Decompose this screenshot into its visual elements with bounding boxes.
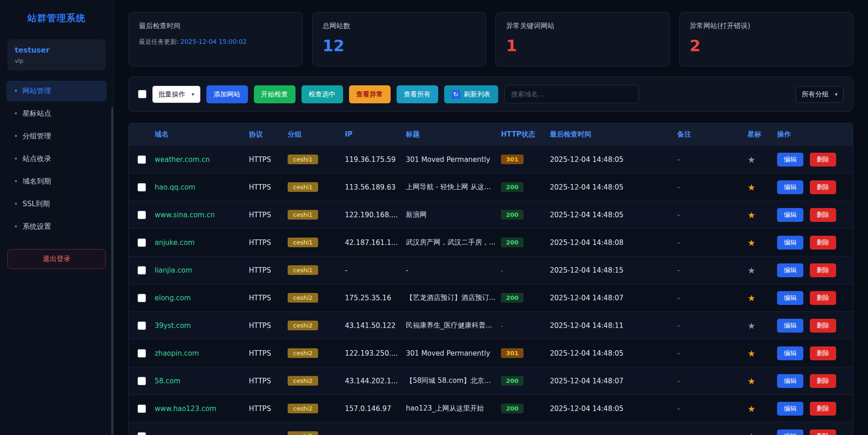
edit-button[interactable]: 编辑 bbox=[777, 180, 803, 194]
note: - bbox=[677, 155, 747, 164]
sidebar-item-label: 分组管理 bbox=[23, 131, 51, 141]
sidebar-item-domain-expiry[interactable]: 域名到期 bbox=[6, 171, 107, 192]
row-checkbox[interactable] bbox=[138, 183, 146, 191]
star-toggle[interactable]: ★ bbox=[747, 431, 755, 435]
sidebar-item-site-index[interactable]: 站点收录 bbox=[6, 149, 107, 169]
view-abnormal-button[interactable]: 查看异常 bbox=[349, 85, 391, 103]
sidebar-item-label: 系统设置 bbox=[23, 222, 51, 232]
domain-link[interactable]: 58.com bbox=[155, 377, 249, 385]
delete-button[interactable]: 删除 bbox=[810, 153, 836, 167]
row-checkbox[interactable] bbox=[138, 238, 146, 247]
edit-button[interactable]: 编辑 bbox=[777, 319, 803, 333]
star-toggle[interactable]: ★ bbox=[747, 348, 755, 358]
edit-button[interactable]: 编辑 bbox=[777, 429, 803, 435]
sidebar-item-system-settings[interactable]: 系统设置 bbox=[6, 216, 107, 237]
ip-address: 157.0.146.97 bbox=[345, 405, 406, 413]
star-toggle[interactable]: ★ bbox=[747, 321, 755, 331]
row-checkbox[interactable] bbox=[138, 432, 146, 435]
star-toggle[interactable]: ★ bbox=[747, 293, 755, 303]
search-input[interactable] bbox=[504, 85, 639, 103]
star-toggle[interactable]: ★ bbox=[747, 155, 755, 165]
last-check-time: 2025-12-04 14:48:05 bbox=[550, 349, 677, 358]
star-toggle[interactable]: ★ bbox=[747, 404, 755, 414]
select-all-checkbox[interactable] bbox=[138, 90, 146, 98]
edit-button[interactable]: 编辑 bbox=[777, 153, 803, 167]
status-badge: 200 bbox=[501, 238, 524, 247]
domain-link[interactable]: zhaopin.com bbox=[155, 349, 249, 358]
row-checkbox[interactable] bbox=[138, 211, 146, 219]
sidebar-item-ssl-expiry[interactable]: SSL到期 bbox=[6, 194, 107, 215]
star-toggle[interactable]: ★ bbox=[747, 182, 755, 192]
group-filter-select[interactable]: 所有分组 ▾ bbox=[796, 86, 844, 103]
domain-link[interactable]: www.sina.com.cn bbox=[155, 211, 249, 219]
domain-link[interactable]: hao.qq.com bbox=[155, 183, 249, 191]
row-checkbox[interactable] bbox=[138, 377, 146, 385]
row-checkbox[interactable] bbox=[138, 266, 146, 274]
delete-button[interactable]: 删除 bbox=[810, 236, 836, 250]
status-badge: 200 bbox=[501, 376, 524, 386]
table-header: 域名 协议 分组 IP 标题 HTTP状态 最后检查时间 备注 星标 操作 bbox=[129, 123, 853, 145]
domain-link[interactable]: 39yst.com bbox=[155, 322, 249, 330]
star-toggle[interactable]: ★ bbox=[747, 376, 755, 386]
delete-button[interactable]: 删除 bbox=[810, 346, 836, 360]
view-all-button[interactable]: 查看所有 bbox=[397, 85, 438, 103]
row-checkbox[interactable] bbox=[138, 405, 146, 413]
scrollbar-thumb[interactable] bbox=[111, 107, 113, 435]
status-badge: 200 bbox=[501, 293, 524, 303]
group-badge: ceshi1 bbox=[288, 238, 318, 247]
site-title: 【艺龙酒店预订】酒店预订... bbox=[406, 293, 501, 302]
header-note: 备注 bbox=[677, 130, 747, 139]
sites-table: 域名 协议 分组 IP 标题 HTTP状态 最后检查时间 备注 星标 操作 we… bbox=[128, 123, 853, 435]
star-toggle[interactable]: ★ bbox=[747, 238, 755, 248]
sidebar-item-site-manage[interactable]: 网站管理 bbox=[6, 81, 107, 101]
star-toggle[interactable]: ★ bbox=[747, 265, 755, 275]
delete-button[interactable]: 删除 bbox=[810, 180, 836, 194]
check-selected-button[interactable]: 检查选中 bbox=[301, 85, 343, 103]
edit-button[interactable]: 编辑 bbox=[777, 402, 803, 416]
domain-link[interactable]: weather.com.cn bbox=[155, 155, 249, 164]
edit-button[interactable]: 编辑 bbox=[777, 208, 803, 222]
note: - bbox=[677, 405, 747, 413]
site-title: hao123_上网从这里开始 bbox=[406, 404, 501, 413]
domain-link[interactable]: elong.com bbox=[155, 294, 249, 302]
domain-link[interactable]: anjuke.com bbox=[155, 238, 249, 247]
group-badge: ceshi1 bbox=[288, 182, 318, 192]
row-checkbox[interactable] bbox=[138, 322, 146, 330]
site-title: 新浪网 bbox=[406, 210, 501, 219]
chevron-down-icon: ▾ bbox=[192, 91, 194, 97]
table-row: weather.com.cn HTTPS ceshi1 119.36.175.5… bbox=[129, 145, 853, 173]
last-check-time: 2025-12-04 14:48:05 bbox=[550, 405, 677, 413]
edit-button[interactable]: 编辑 bbox=[777, 346, 803, 360]
sidebar-item-starred-sites[interactable]: 星标站点 bbox=[6, 103, 107, 124]
edit-button[interactable]: 编辑 bbox=[777, 263, 803, 277]
edit-button[interactable]: 编辑 bbox=[777, 374, 803, 388]
row-checkbox[interactable] bbox=[138, 349, 146, 358]
site-title: 上网导航 - 轻快上网 从这... bbox=[406, 183, 501, 191]
delete-button[interactable]: 删除 bbox=[810, 263, 836, 277]
delete-button[interactable]: 删除 bbox=[810, 402, 836, 416]
row-checkbox[interactable] bbox=[138, 155, 146, 164]
bulk-action-select[interactable]: 批量操作 ▾ bbox=[152, 86, 200, 103]
table-row: hao.qq.com HTTPS ceshi1 113.56.189.63 上网… bbox=[129, 173, 853, 201]
delete-button[interactable]: 删除 bbox=[810, 374, 836, 388]
logout-button[interactable]: 退出登录 bbox=[7, 249, 106, 269]
edit-button[interactable]: 编辑 bbox=[777, 236, 803, 250]
delete-button[interactable]: 删除 bbox=[810, 319, 836, 333]
table-row: 39yst.com HTTPS ceshi2 43.141.50.122 民福康… bbox=[129, 311, 853, 339]
add-site-button[interactable]: 添加网站 bbox=[206, 85, 248, 103]
sidebar-item-group-manage[interactable]: 分组管理 bbox=[6, 126, 107, 147]
delete-button[interactable]: 删除 bbox=[810, 208, 836, 222]
refresh-list-button[interactable]: ↻ 刷新列表 bbox=[444, 85, 498, 103]
group-badge: ceshi2 bbox=[288, 431, 318, 435]
edit-button[interactable]: 编辑 bbox=[777, 291, 803, 305]
start-check-button[interactable]: 开始检查 bbox=[254, 85, 295, 103]
delete-button[interactable]: 删除 bbox=[810, 291, 836, 305]
star-toggle[interactable]: ★ bbox=[747, 210, 755, 220]
row-checkbox[interactable] bbox=[138, 294, 146, 302]
delete-button[interactable]: 删除 bbox=[810, 429, 836, 435]
table-row: ceshi2 ★ 编辑 删除 bbox=[129, 422, 853, 435]
sidebar-item-label: SSL到期 bbox=[23, 199, 50, 209]
protocol: HTTPS bbox=[249, 266, 288, 274]
domain-link[interactable]: www.hao123.com bbox=[155, 405, 249, 413]
domain-link[interactable]: lianjia.com bbox=[155, 266, 249, 274]
